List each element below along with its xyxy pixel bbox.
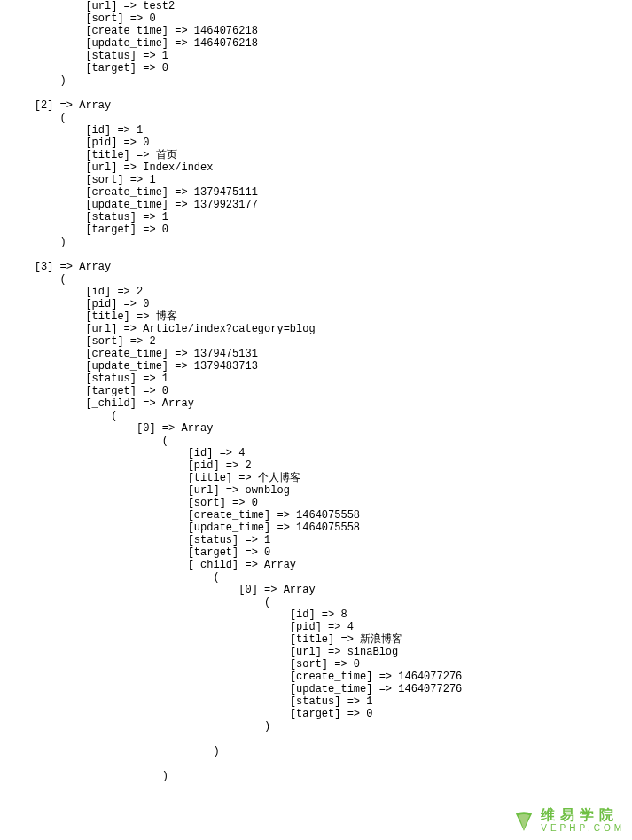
watermark-cn: 维易学院	[541, 808, 625, 822]
logo-icon	[512, 809, 535, 832]
watermark: 维易学院 VEPHP.COM	[512, 808, 625, 833]
watermark-en: VEPHP.COM	[541, 824, 625, 833]
php-array-dump: [url] => test2 [sort] => 0 [create_time]…	[0, 0, 632, 782]
